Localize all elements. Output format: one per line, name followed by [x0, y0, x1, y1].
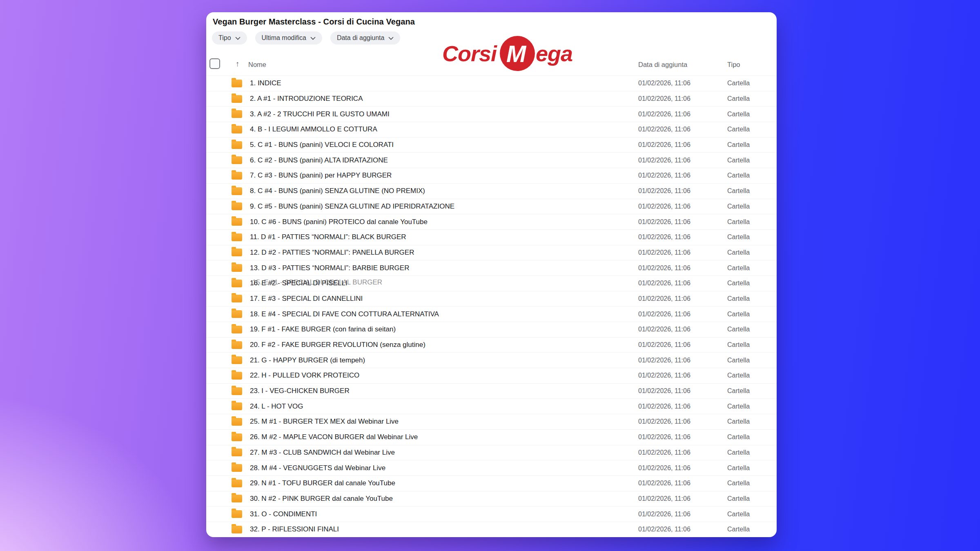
row-date-added: 01/02/2026, 11:06: [638, 433, 690, 441]
table-row[interactable]: 29. N #1 - TOFU BURGER dal canale YouTub…: [206, 475, 777, 491]
row-type: Cartella: [727, 126, 750, 133]
folder-icon: [232, 480, 242, 487]
row-date-added: 01/02/2026, 11:06: [638, 264, 690, 272]
row-type: Cartella: [727, 233, 750, 241]
folder-icon: [232, 464, 242, 472]
folder-icon: [232, 402, 242, 410]
row-date-added: 01/02/2026, 11:06: [638, 418, 690, 425]
row-type: Cartella: [727, 111, 750, 118]
table-row[interactable]: 21. G - HAPPY BURGER (di tempeh) 01/02/2…: [206, 352, 777, 368]
row-date-added: 01/02/2026, 11:06: [638, 280, 690, 287]
row-name: 6. C #2 - BUNS (panini) ALTA IDRATAZIONE: [250, 156, 388, 164]
row-date-added: 01/02/2026, 11:06: [638, 495, 690, 502]
filter-chip-ultima-modifica[interactable]: Ultima modifica: [255, 31, 322, 44]
table-row[interactable]: 11. D #1 - PATTIES “NORMALI”: BLACK BURG…: [206, 229, 777, 245]
row-date-added: 01/02/2026, 11:06: [638, 464, 690, 472]
folder-icon: [232, 141, 242, 149]
row-date-added: 01/02/2026, 11:06: [638, 295, 690, 302]
folder-icon: [232, 172, 242, 180]
row-name: 26. M #2 - MAPLE VACON BURGER dal Webina…: [250, 433, 418, 441]
folder-icon: [232, 80, 242, 87]
select-all-checkbox[interactable]: [209, 58, 220, 69]
filter-chip-data-di-aggiunta[interactable]: Data di aggiunta: [330, 31, 401, 44]
filter-chip-tipo[interactable]: Tipo: [212, 31, 247, 44]
folder-icon: [232, 341, 242, 349]
folder-icon: [232, 156, 242, 164]
folder-icon: [232, 372, 242, 380]
table-row[interactable]: 18. E #4 - SPECIAL DI FAVE CON COTTURA A…: [206, 306, 777, 322]
row-type: Cartella: [727, 341, 750, 349]
table-row[interactable]: 25. M #1 - BURGER TEX MEX dal Webinar Li…: [206, 414, 777, 429]
row-date-added: 01/02/2026, 11:06: [638, 480, 690, 487]
table-row[interactable]: 22. H - PULLED VORK PROTEICO 01/02/2026,…: [206, 368, 777, 383]
table-row[interactable]: 16. E #2 - SPECIAL DI PISELLI 01/02/2026…: [206, 276, 777, 291]
column-header-tipo[interactable]: Tipo: [727, 61, 740, 69]
table-row[interactable]: 30. N #2 - PINK BURGER dal canale YouTub…: [206, 491, 777, 507]
filter-chip-bar: Tipo Ultima modifica Data di aggiunta: [212, 31, 400, 44]
row-date-added: 01/02/2026, 11:06: [638, 526, 690, 533]
table-row[interactable]: 5. C #1 - BUNS (panini) VELOCI E COLORAT…: [206, 137, 777, 153]
row-type: Cartella: [727, 218, 750, 226]
row-name: 30. N #2 - PINK BURGER dal canale YouTub…: [250, 495, 393, 503]
row-date-added: 01/02/2026, 11:06: [638, 357, 690, 364]
folder-icon: [232, 495, 242, 502]
filter-chip-label: Ultima modifica: [262, 34, 306, 42]
file-list: 1. INDICE 01/02/2026, 11:06 Cartella 2. …: [206, 76, 777, 537]
table-row[interactable]: 20. F #2 - FAKE BURGER REVOLUTION (senza…: [206, 337, 777, 353]
row-type: Cartella: [727, 357, 750, 364]
row-date-added: 01/02/2026, 11:06: [638, 80, 690, 87]
table-row[interactable]: 24. L - HOT VOG 01/02/2026, 11:06 Cartel…: [206, 398, 777, 414]
table-row[interactable]: 19. F #1 - FAKE BURGER (con farina di se…: [206, 322, 777, 337]
table-row[interactable]: 17. E #3 - SPECIAL DI CANNELLINI 01/02/2…: [206, 291, 777, 307]
row-type: Cartella: [727, 449, 750, 456]
table-row[interactable]: 8. C #4 - BUNS (panini) SENZA GLUTINE (N…: [206, 183, 777, 199]
row-name: 8. C #4 - BUNS (panini) SENZA GLUTINE (N…: [250, 187, 425, 195]
table-row[interactable]: 12. D #2 - PATTIES “NORMALI”: PANELLA BU…: [206, 245, 777, 260]
table-row[interactable]: 1. INDICE 01/02/2026, 11:06 Cartella: [206, 76, 777, 91]
row-date-added: 01/02/2026, 11:06: [638, 218, 690, 226]
table-row[interactable]: 4. B - I LEGUMI AMMOLLO E COTTURA 01/02/…: [206, 122, 777, 137]
table-row[interactable]: 13. D #3 - PATTIES “NORMALI”: BARBIE BUR…: [206, 260, 777, 276]
row-name: 20. F #2 - FAKE BURGER REVOLUTION (senza…: [250, 341, 425, 349]
row-type: Cartella: [727, 141, 750, 149]
row-date-added: 01/02/2026, 11:06: [638, 511, 690, 518]
row-date-added: 01/02/2026, 11:06: [638, 449, 690, 456]
filter-chip-label: Data di aggiunta: [337, 34, 385, 42]
row-date-added: 01/02/2026, 11:06: [638, 157, 690, 164]
table-row[interactable]: 7. C #3 - BUNS (panini) per HAPPY BURGER…: [206, 168, 777, 183]
row-date-added: 01/02/2026, 11:06: [638, 95, 690, 102]
row-type: Cartella: [727, 464, 750, 472]
table-row[interactable]: 10. C #6 - BUNS (panini) PROTEICO dal ca…: [206, 214, 777, 229]
table-row[interactable]: 9. C #5 - BUNS (panini) SENZA GLUTINE AD…: [206, 199, 777, 214]
page-title: Vegan Burger Masterclass - Corsi di Cuci…: [213, 17, 415, 27]
table-row[interactable]: 28. M #4 - VEGNUGGETS dal Webinar Live 0…: [206, 460, 777, 475]
folder-icon: [232, 95, 242, 103]
filter-chip-label: Tipo: [218, 34, 231, 42]
column-header-data-di-aggiunta[interactable]: Data di aggiunta: [638, 61, 687, 69]
row-name: 7. C #3 - BUNS (panini) per HAPPY BURGER: [250, 171, 392, 180]
table-row[interactable]: 26. M #2 - MAPLE VACON BURGER dal Webina…: [206, 429, 777, 445]
chevron-down-icon: [310, 37, 316, 40]
sort-ascending-icon[interactable]: ↑: [236, 60, 240, 69]
row-type: Cartella: [727, 311, 750, 318]
table-row[interactable]: 27. M #3 - CLUB SANDWICH dal Webinar Liv…: [206, 445, 777, 460]
table-row[interactable]: 31. O - CONDIMENTI 01/02/2026, 11:06 Car…: [206, 506, 777, 522]
table-row[interactable]: 23. I - VEG-CHICKEN BURGER 01/02/2026, 1…: [206, 383, 777, 399]
table-row[interactable]: 2. A #1 - INTRODUZIONE TEORICA 01/02/202…: [206, 91, 777, 107]
folder-icon: [232, 387, 242, 395]
table-row[interactable]: 3. A #2 - 2 TRUCCHI PER IL GUSTO UMAMI 0…: [206, 106, 777, 122]
table-row[interactable]: 6. C #2 - BUNS (panini) ALTA IDRATAZIONE…: [206, 152, 777, 168]
chevron-down-icon: [388, 37, 394, 40]
row-name: 2. A #1 - INTRODUZIONE TEORICA: [250, 95, 363, 103]
row-type: Cartella: [727, 203, 750, 210]
row-name: 4. B - I LEGUMI AMMOLLO E COTTURA: [250, 125, 377, 133]
column-header-nome[interactable]: Nome: [248, 61, 266, 69]
row-name: 11. D #1 - PATTIES “NORMALI”: BLACK BURG…: [250, 233, 406, 241]
row-type: Cartella: [727, 157, 750, 164]
folder-icon: [232, 449, 242, 456]
table-row[interactable]: 32. P - RIFLESSIONI FINALI 01/02/2026, 1…: [206, 522, 777, 537]
row-name: 18. E #4 - SPECIAL DI FAVE CON COTTURA A…: [250, 310, 439, 318]
row-type: Cartella: [727, 249, 750, 256]
row-date-added: 01/02/2026, 11:06: [638, 249, 690, 256]
row-date-added: 01/02/2026, 11:06: [638, 111, 690, 118]
